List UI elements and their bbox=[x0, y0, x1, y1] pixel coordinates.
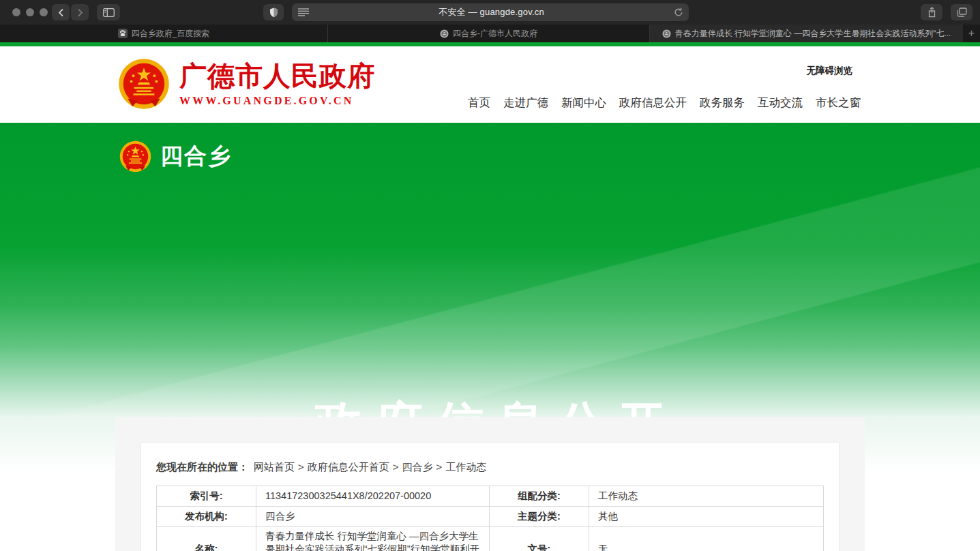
forward-button[interactable] bbox=[71, 4, 89, 20]
tab-baidu-search[interactable]: 四合乡政府_百度搜索 bbox=[0, 25, 327, 42]
forward-icon bbox=[77, 8, 83, 17]
index-number-label: 索引号: bbox=[157, 486, 256, 507]
breadcrumb-separator: > bbox=[436, 461, 443, 473]
township-emblem-icon bbox=[119, 140, 151, 173]
info-table: 索引号: 1134172300325441X8/202207-00020 组配分… bbox=[156, 486, 824, 551]
breadcrumb-link-township[interactable]: 四合乡 bbox=[402, 461, 433, 473]
document-number-label: 文号: bbox=[490, 527, 589, 551]
main-navigation: 首页 走进广德 新闻中心 政府信息公开 政务服务 互动交流 市长之窗 bbox=[468, 95, 861, 110]
tab-title: 青春力量伴成长 行知学堂润童心 —四合乡大学生暑期社会实践活动系列“七... bbox=[675, 28, 951, 40]
zoom-window-icon[interactable] bbox=[40, 8, 48, 16]
browser-window: 不安全 — guangde.gov.cn 四合乡政府_百度搜索 四合乡-广德市人… bbox=[0, 0, 980, 551]
share-button[interactable] bbox=[921, 4, 942, 20]
breadcrumb-label: 您现在所在的位置： bbox=[156, 461, 248, 473]
document-number-value: 无 bbox=[589, 527, 824, 551]
share-icon bbox=[927, 7, 936, 18]
reader-view-icon[interactable] bbox=[298, 8, 309, 16]
table-row: 索引号: 1134172300325441X8/202207-00020 组配分… bbox=[157, 486, 824, 507]
back-icon bbox=[58, 8, 64, 17]
privacy-shield-button[interactable] bbox=[263, 4, 284, 20]
nav-item-mayor-window[interactable]: 市长之窗 bbox=[816, 95, 861, 110]
new-tab-icon: + bbox=[968, 28, 975, 39]
publisher-label: 发布机构: bbox=[157, 507, 256, 527]
address-bar[interactable]: 不安全 — guangde.gov.cn bbox=[292, 3, 689, 21]
page-title: 政府信息公开 bbox=[0, 393, 980, 417]
tab-title: 四合乡-广德市人民政府 bbox=[453, 28, 537, 40]
group-category-label: 组配分类: bbox=[490, 486, 589, 507]
accessibility-link[interactable]: 无障碍浏览 bbox=[807, 65, 853, 77]
name-label: 名称: bbox=[157, 527, 256, 551]
article-panel: 您现在所在的位置：网站首页>政府信息公开首页>四合乡>工作动态 索引号: 113… bbox=[140, 442, 840, 551]
breadcrumb-link-work-dynamics[interactable]: 工作动态 bbox=[445, 461, 486, 473]
reload-icon[interactable] bbox=[674, 8, 683, 17]
topic-category-value: 其他 bbox=[589, 507, 824, 527]
nav-item-news-center[interactable]: 新闻中心 bbox=[561, 95, 606, 110]
tab-overview-button[interactable] bbox=[951, 4, 972, 20]
minimize-window-icon[interactable] bbox=[26, 8, 34, 16]
name-value: 青春力量伴成长 行知学堂润童心 —四合乡大学生暑期社会实践活动系列“七彩假期”行… bbox=[256, 527, 490, 551]
back-button[interactable] bbox=[52, 4, 70, 20]
tab-bar: 四合乡政府_百度搜索 四合乡-广德市人民政府 青春力量伴成长 行知学堂润童心 —… bbox=[0, 25, 980, 42]
address-bar-text[interactable]: 不安全 — guangde.gov.cn bbox=[309, 6, 674, 18]
index-number-value: 1134172300325441X8/202207-00020 bbox=[256, 486, 490, 507]
group-category-value: 工作动态 bbox=[589, 486, 824, 507]
breadcrumb-link-gov-info[interactable]: 政府信息公开首页 bbox=[308, 461, 389, 473]
breadcrumb-link-home[interactable]: 网站首页 bbox=[254, 461, 295, 473]
publisher-value: 四合乡 bbox=[256, 507, 490, 527]
site-url: WWW.GUANGDE.GOV.CN bbox=[179, 95, 375, 107]
new-tab-button[interactable]: + bbox=[963, 25, 980, 42]
government-emblem-favicon bbox=[440, 29, 449, 38]
nav-item-interaction[interactable]: 互动交流 bbox=[758, 95, 803, 110]
site-title-group: 广德市人民政府 WWW.GUANGDE.GOV.CN bbox=[179, 61, 375, 107]
site-header: 广德市人民政府 WWW.GUANGDE.GOV.CN 无障碍浏览 首页 走进广德… bbox=[0, 46, 980, 123]
site-name[interactable]: 广德市人民政府 bbox=[179, 61, 375, 90]
sidebar-icon bbox=[103, 8, 115, 17]
table-row: 名称: 青春力量伴成长 行知学堂润童心 —四合乡大学生暑期社会实践活动系列“七彩… bbox=[157, 527, 824, 551]
township-logo[interactable]: 四合乡 bbox=[119, 140, 232, 173]
nav-item-gov-services[interactable]: 政务服务 bbox=[700, 95, 745, 110]
site-logo[interactable]: 广德市人民政府 WWW.GUANGDE.GOV.CN bbox=[118, 58, 375, 110]
content-container: 您现在所在的位置：网站首页>政府信息公开首页>四合乡>工作动态 索引号: 113… bbox=[115, 417, 865, 551]
topic-category-label: 主题分类: bbox=[490, 507, 589, 527]
township-name[interactable]: 四合乡 bbox=[160, 141, 232, 172]
nav-item-gov-info-disclosure[interactable]: 政府信息公开 bbox=[619, 95, 687, 110]
close-window-icon[interactable] bbox=[12, 8, 20, 16]
breadcrumb-separator: > bbox=[393, 461, 399, 473]
government-emblem-favicon bbox=[662, 29, 671, 38]
table-row: 发布机构: 四合乡 主题分类: 其他 bbox=[157, 507, 824, 527]
nav-item-home[interactable]: 首页 bbox=[468, 95, 490, 110]
tab-title: 四合乡政府_百度搜索 bbox=[132, 28, 210, 40]
national-emblem-icon bbox=[118, 58, 170, 110]
tab-sihe-township[interactable]: 四合乡-广德市人民政府 bbox=[327, 25, 649, 42]
green-banner: 四合乡 政府信息公开 bbox=[0, 123, 980, 417]
content-area: 您现在所在的位置：网站首页>政府信息公开首页>四合乡>工作动态 索引号: 113… bbox=[0, 417, 980, 551]
baidu-favicon bbox=[118, 29, 128, 38]
shield-icon bbox=[269, 8, 278, 18]
nav-item-about-guangde[interactable]: 走进广德 bbox=[503, 95, 548, 110]
breadcrumb: 您现在所在的位置：网站首页>政府信息公开首页>四合乡>工作动态 bbox=[156, 461, 824, 474]
tab-article-active[interactable]: 青春力量伴成长 行知学堂润童心 —四合乡大学生暑期社会实践活动系列“七... bbox=[649, 25, 963, 42]
tab-overview-icon bbox=[957, 8, 967, 17]
sidebar-toggle-button[interactable] bbox=[97, 4, 120, 20]
webpage: 广德市人民政府 WWW.GUANGDE.GOV.CN 无障碍浏览 首页 走进广德… bbox=[0, 42, 980, 551]
browser-toolbar: 不安全 — guangde.gov.cn bbox=[0, 0, 980, 25]
breadcrumb-separator: > bbox=[298, 461, 304, 473]
